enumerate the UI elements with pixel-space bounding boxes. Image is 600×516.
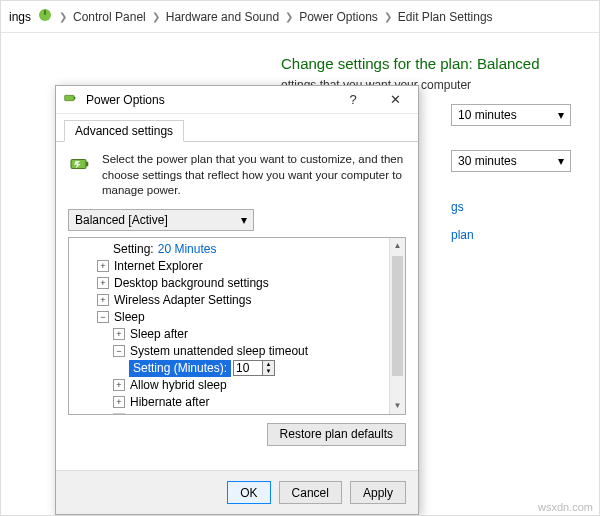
- collapse-icon[interactable]: −: [113, 345, 125, 357]
- scroll-down-icon[interactable]: ▼: [390, 398, 405, 414]
- collapse-icon[interactable]: −: [97, 311, 109, 323]
- tree-node-unattended-sleep-timeout[interactable]: −System unattended sleep timeout: [71, 343, 403, 360]
- dropdown-display-timeout[interactable]: 10 minutes ▾: [451, 104, 571, 126]
- chevron-right-icon: ❯: [59, 11, 67, 22]
- link-fragment[interactable]: gs: [451, 200, 589, 214]
- chevron-right-icon: ❯: [384, 11, 392, 22]
- breadcrumb-item[interactable]: Power Options: [299, 10, 378, 24]
- dropdown-sleep-timeout[interactable]: 30 minutes ▾: [451, 150, 571, 172]
- tree-setting-unattended-value[interactable]: Setting (Minutes): ▲▼: [71, 360, 403, 377]
- tree-node-label: System unattended sleep timeout: [130, 343, 308, 360]
- power-icon: [37, 7, 53, 26]
- expand-icon[interactable]: +: [113, 379, 125, 391]
- vertical-scrollbar[interactable]: ▲ ▼: [389, 238, 405, 414]
- tree-node-label: Desktop background settings: [114, 275, 269, 292]
- plan-select-value: Balanced [Active]: [75, 213, 168, 227]
- breadcrumb-item[interactable]: Edit Plan Settings: [398, 10, 493, 24]
- tree-node-label: Sleep after: [130, 326, 188, 343]
- tree-setting-row: Setting: 20 Minutes: [71, 241, 403, 258]
- tree-node-label: Allow hybrid sleep: [130, 377, 227, 394]
- expand-icon[interactable]: +: [113, 396, 125, 408]
- chevron-down-icon: ▾: [558, 154, 564, 168]
- tree-node-label: Wireless Adapter Settings: [114, 292, 251, 309]
- plan-select[interactable]: Balanced [Active] ▾: [68, 209, 254, 231]
- battery-icon: [62, 90, 78, 109]
- spinner-up-icon[interactable]: ▲: [262, 361, 274, 368]
- tree-node-desktop-background[interactable]: +Desktop background settings: [71, 275, 403, 292]
- svg-rect-1: [44, 10, 46, 15]
- tree-node-label: Hibernate after: [130, 394, 209, 411]
- help-button[interactable]: ?: [336, 89, 370, 111]
- scroll-up-icon[interactable]: ▲: [390, 238, 405, 254]
- power-options-dialog: Power Options ? ✕ Advanced settings Sele…: [55, 85, 419, 515]
- tree-value-link[interactable]: 20 Minutes: [158, 241, 217, 258]
- chevron-right-icon: ❯: [285, 11, 293, 22]
- window-label-fragment: ings: [9, 10, 31, 24]
- link-fragment[interactable]: plan: [451, 228, 589, 242]
- svg-rect-5: [86, 162, 88, 167]
- minutes-spinner[interactable]: ▲▼: [233, 360, 275, 376]
- minutes-input[interactable]: [234, 361, 262, 375]
- dialog-title: Power Options: [86, 93, 165, 107]
- tree-node-wake-timers[interactable]: +Allow wake timers: [71, 411, 403, 415]
- expand-icon[interactable]: +: [97, 260, 109, 272]
- tree-label: Setting:: [113, 241, 154, 258]
- watermark: wsxdn.com: [538, 501, 593, 513]
- tree-node-internet-explorer[interactable]: +Internet Explorer: [71, 258, 403, 275]
- svg-rect-2: [65, 95, 74, 100]
- breadcrumb: ings ❯ Control Panel ❯ Hardware and Soun…: [1, 1, 599, 33]
- close-button[interactable]: ✕: [378, 89, 412, 111]
- cancel-button[interactable]: Cancel: [279, 481, 342, 504]
- chevron-right-icon: ❯: [152, 11, 160, 22]
- tree-node-hybrid-sleep[interactable]: +Allow hybrid sleep: [71, 377, 403, 394]
- tree-node-hibernate-after[interactable]: +Hibernate after: [71, 394, 403, 411]
- expand-icon[interactable]: +: [97, 294, 109, 306]
- selected-setting-label: Setting (Minutes):: [129, 360, 231, 377]
- scroll-thumb[interactable]: [392, 256, 403, 376]
- intro-text: Select the power plan that you want to c…: [102, 152, 406, 199]
- chevron-down-icon: ▾: [241, 213, 247, 227]
- tree-node-label: Sleep: [114, 309, 145, 326]
- dialog-actions: OK Cancel Apply: [56, 470, 418, 514]
- spinner-down-icon[interactable]: ▼: [262, 368, 274, 375]
- tree-node-wireless-adapter[interactable]: +Wireless Adapter Settings: [71, 292, 403, 309]
- svg-rect-3: [74, 97, 75, 100]
- chevron-down-icon: ▾: [558, 108, 564, 122]
- tree-node-sleep[interactable]: −Sleep: [71, 309, 403, 326]
- title-bar: Power Options ? ✕: [56, 86, 418, 114]
- dropdown-value: 30 minutes: [458, 154, 517, 168]
- breadcrumb-item[interactable]: Hardware and Sound: [166, 10, 279, 24]
- breadcrumb-item[interactable]: Control Panel: [73, 10, 146, 24]
- settings-tree[interactable]: Setting: 20 Minutes +Internet Explorer +…: [68, 237, 406, 415]
- restore-defaults-button[interactable]: Restore plan defaults: [267, 423, 406, 446]
- apply-button[interactable]: Apply: [350, 481, 406, 504]
- expand-icon[interactable]: +: [113, 413, 125, 415]
- tab-strip: Advanced settings: [56, 114, 418, 142]
- tab-advanced-settings[interactable]: Advanced settings: [64, 120, 184, 142]
- tree-node-sleep-after[interactable]: +Sleep after: [71, 326, 403, 343]
- dropdown-value: 10 minutes: [458, 108, 517, 122]
- page-heading: Change settings for the plan: Balanced: [281, 55, 589, 72]
- expand-icon[interactable]: +: [97, 277, 109, 289]
- tree-node-label: Internet Explorer: [114, 258, 203, 275]
- ok-button[interactable]: OK: [227, 481, 270, 504]
- battery-large-icon: [68, 152, 92, 179]
- tree-node-label: Allow wake timers: [130, 411, 226, 415]
- expand-icon[interactable]: +: [113, 328, 125, 340]
